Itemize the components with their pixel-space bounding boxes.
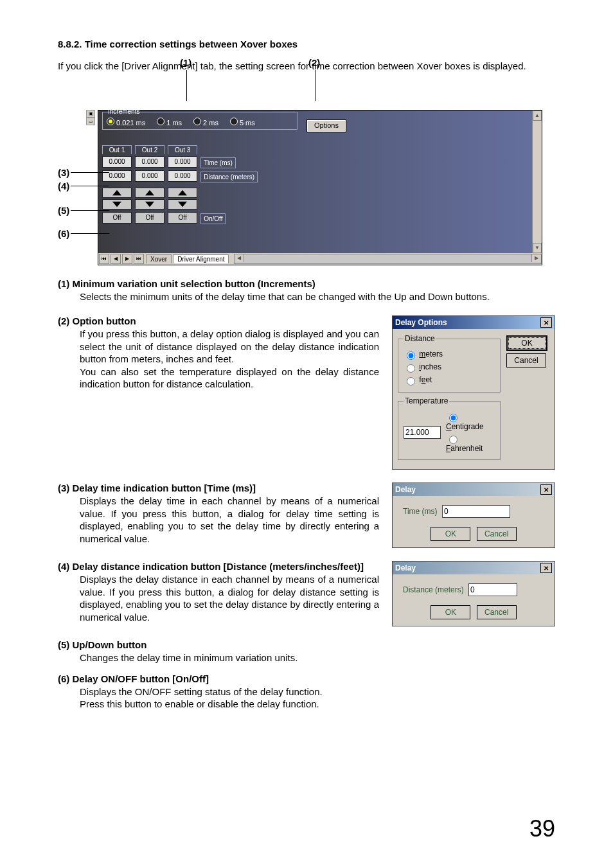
tab-nav-prev[interactable]: ◀ [111,254,121,264]
ok-button[interactable]: OK [431,527,470,541]
annotation-5-label: (5) [58,205,69,216]
increment-radio-1[interactable]: 1 ms [157,118,182,127]
vertical-scrollbar[interactable]: ▲ ▼ [532,111,542,253]
item2-body1: If you press this button, a delay option… [80,328,379,366]
tab-nav-first[interactable]: ⏮ [99,254,109,264]
horizontal-scrollbar[interactable]: ◀ ▶ [234,254,542,264]
down-button-out2[interactable] [135,199,164,209]
item1-title: (1) Minimum variation unit selection but… [58,278,555,289]
scroll-up-icon[interactable]: ▲ [533,111,542,121]
down-button-out3[interactable] [168,199,197,209]
scroll-down-icon[interactable]: ▼ [533,243,542,253]
item2-body2: You can also set the temperature display… [80,366,379,391]
distance-label: Distance (meters) [403,585,464,594]
dist-out2[interactable]: 0.000 [135,170,164,182]
delay-time-title: Delay [395,485,416,494]
annotation-line [71,186,109,186]
item4-title: (4) Delay distance indication button [Di… [58,561,379,572]
down-button-out1[interactable] [102,199,132,209]
pane-collapse-toggle[interactable]: ▣▭ [86,110,95,125]
svg-marker-4 [178,190,187,195]
tab-nav-last[interactable]: ⏭ [134,254,144,264]
up-button-out3[interactable] [168,188,197,198]
hscroll-left-icon[interactable]: ◀ [235,254,244,262]
time-label: Time (ms) [403,507,438,516]
delay-dist-title: Delay [395,563,416,572]
item5-title: (5) Up/Down button [58,639,555,650]
out3-header: Out 3 [168,145,197,154]
annotation-line [71,172,109,173]
item1-body: Selects the minimum units of the delay t… [80,290,555,303]
hscroll-right-icon[interactable]: ▶ [531,254,541,262]
cancel-button[interactable]: Cancel [477,527,517,541]
close-icon[interactable]: ✕ [540,317,552,328]
ok-button[interactable]: OK [431,605,470,619]
annotation-line [71,210,109,211]
temperature-fieldset: Temperature Centigrade Fahrenheit [398,396,501,460]
annotation-1-label: (1) [180,57,191,68]
tab-xover[interactable]: Xover [146,254,172,263]
temperature-legend: Temperature [404,396,449,405]
delay-options-dialog: Delay Options ✕ Distance meters inches f… [392,315,555,470]
out2-header: Out 2 [135,145,164,154]
annotation-6-label: (6) [58,228,69,239]
radio-fahrenheit[interactable]: Fahrenheit [446,434,495,453]
close-icon[interactable]: ✕ [540,484,552,495]
out-columns: Out 1 Out 2 Out 3 0.000 0.000 0.000 Time… [102,145,258,224]
time-out2[interactable]: 0.000 [135,156,164,168]
delay-options-title: Delay Options [395,318,447,327]
time-out3[interactable]: 0.000 [168,156,197,168]
dist-out3[interactable]: 0.000 [168,170,197,182]
up-button-out1[interactable] [102,188,132,198]
distance-input[interactable] [468,583,517,596]
radio-meters[interactable]: meters [404,350,495,360]
svg-marker-3 [145,201,154,206]
tab-bar: ⏮ ◀ ▶ ⏭ Xover Driver Alignment ◀ ▶ [98,253,542,265]
time-row-label: Time (ms) [200,157,236,168]
item6-body1: Displays the ON/OFF setting status of th… [80,686,555,698]
item5-body: Changes the delay time in minimum variat… [80,651,555,664]
time-out1[interactable]: 0.000 [102,156,132,168]
out1-header: Out 1 [102,145,132,154]
ok-button[interactable]: OK [506,335,547,351]
time-input[interactable] [442,505,510,518]
item3-title: (3) Delay time indication button [Time (… [58,483,379,493]
cancel-button[interactable]: Cancel [506,353,546,368]
increment-radio-2[interactable]: 2 ms [193,118,218,127]
temperature-input[interactable] [404,426,441,439]
tab-driver-alignment[interactable]: Driver Alignment [173,254,229,263]
annotation-line [315,70,315,101]
radio-centigrade[interactable]: Centigrade [446,412,495,431]
driver-alignment-screenshot: ▣▭ Increments 0.021 ms 1 ms 2 ms 5 ms Op… [86,110,542,265]
svg-marker-2 [145,190,154,195]
tab-nav-next[interactable]: ▶ [122,254,132,264]
onoff-row-label: On/Off [200,213,226,224]
increment-radio-0021[interactable]: 0.021 ms [107,118,145,127]
onoff-out1[interactable]: Off [102,212,132,224]
onoff-out3[interactable]: Off [168,212,197,224]
radio-inches[interactable]: inches [404,362,495,373]
page-number: 39 [529,815,555,842]
delay-distance-dialog: Delay ✕ Distance (meters) OK Cancel [392,561,555,626]
item4-body: Displays the delay distance in each chan… [80,573,379,623]
increments-legend: Increments [107,108,141,115]
increment-radio-5[interactable]: 5 ms [230,118,255,127]
cancel-button[interactable]: Cancel [477,605,517,619]
item6-title: (6) Delay ON/OFF button [On/Off] [58,673,555,684]
radio-feet[interactable]: feet [404,375,495,385]
distance-fieldset: Distance meters inches feet [398,334,501,393]
item3-body: Displays the delay time in each channel … [80,495,379,545]
distance-legend: Distance [404,334,436,343]
up-button-out2[interactable] [135,188,164,198]
item6-body2: Press this button to enable or disable t… [80,698,555,711]
options-button[interactable]: Options [306,120,346,132]
item2-title: (2) Option button [58,315,379,326]
intro-paragraph: If you click the [Driver Alignment] tab,… [58,60,555,73]
delay-time-dialog: Delay ✕ Time (ms) OK Cancel [392,483,555,548]
close-icon[interactable]: ✕ [540,563,552,573]
svg-marker-1 [112,201,121,206]
increments-group: Increments 0.021 ms 1 ms 2 ms 5 ms [102,112,298,130]
onoff-out2[interactable]: Off [135,212,164,224]
annotation-line [186,70,187,101]
svg-marker-0 [112,190,121,195]
